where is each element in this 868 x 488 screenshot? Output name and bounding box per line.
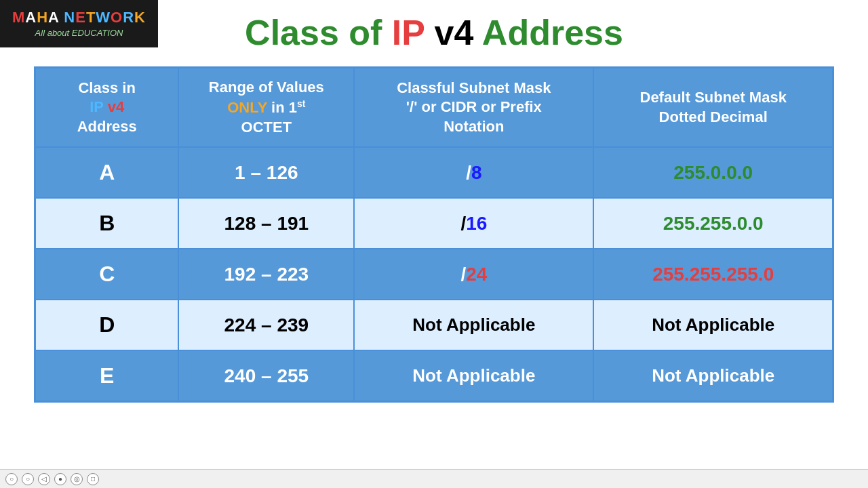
cidr-b-slash: / [460, 213, 466, 234]
cidr-b: /16 [354, 198, 593, 249]
logo-letter-h: H [37, 9, 48, 26]
mask-c-value: 255.255.255.0 [652, 264, 774, 285]
page-title-class: Class of [245, 13, 392, 52]
cidr-e: Not Applicable [354, 350, 593, 402]
table-header-row: Class in IP v4 Address Range of Values O… [35, 68, 833, 148]
cidr-a: /8 [354, 147, 593, 198]
header-v4-text: v4 [108, 98, 124, 115]
cidr-a-num: 8 [471, 162, 482, 183]
page-title-address: Address [482, 13, 623, 52]
toolbar-icon-2[interactable]: ○ [22, 473, 34, 485]
class-a: A [35, 147, 179, 198]
toolbar-icon-3[interactable]: ◁ [38, 473, 50, 485]
cidr-a-slash: / [466, 162, 471, 183]
mask-a: 255.0.0.0 [593, 147, 833, 198]
toolbar-icon-5[interactable]: ◎ [71, 473, 83, 485]
logo-letter-t: T [86, 9, 96, 26]
logo-letter-a1: A [25, 9, 37, 26]
mask-b-value: 255.255.0.0 [663, 213, 764, 234]
mask-e: Not Applicable [593, 350, 833, 402]
table-row-b: B 128 – 191 /16 255.255.0.0 [35, 198, 833, 249]
main-table-container: Class in IP v4 Address Range of Values O… [34, 66, 834, 403]
range-c: 192 – 223 [178, 249, 354, 300]
header-class: Class in IP v4 Address [35, 68, 179, 148]
header-only-text: ONLY [227, 99, 267, 116]
header-cidr: Classful Subnet Mask '/' or CIDR or Pref… [354, 68, 593, 148]
logo-letter-m: M [12, 9, 25, 26]
cidr-d: Not Applicable [354, 300, 593, 350]
range-e: 240 – 255 [178, 350, 354, 402]
mask-d: Not Applicable [593, 300, 833, 350]
cidr-c-slash: / [460, 264, 466, 285]
toolbar-icon-4[interactable]: ● [54, 473, 66, 485]
logo-letter-a2: A [48, 9, 59, 26]
logo-letter-o: O [111, 9, 123, 26]
cidr-c: /24 [354, 249, 593, 300]
logo-letter-k: K [134, 9, 146, 26]
cidr-b-num: 16 [466, 213, 487, 234]
header-range: Range of Values ONLY in 1st OCTET [178, 68, 354, 148]
logo-letter-n: N [64, 9, 75, 26]
logo-letter-r: R [123, 9, 134, 26]
table-row-c: C 192 – 223 /24 255.255.255.0 [35, 249, 833, 300]
logo-letter-e: E [75, 9, 86, 26]
ip-class-table: Class in IP v4 Address Range of Values O… [34, 66, 834, 403]
range-b: 128 – 191 [178, 198, 354, 249]
mask-b: 255.255.0.0 [593, 198, 833, 249]
header-mask: Default Subnet Mask Dotted Decimal [593, 68, 833, 148]
table-row-a: A 1 – 126 /8 255.0.0.0 [35, 147, 833, 198]
header-ip-text: IP [90, 98, 108, 115]
range-a: 1 – 126 [178, 147, 354, 198]
class-b: B [35, 198, 179, 249]
toolbar-icon-6[interactable]: □ [87, 473, 99, 485]
bottom-toolbar: ○ ○ ◁ ● ◎ □ [0, 469, 868, 488]
toolbar-icon-1[interactable]: ○ [5, 473, 18, 485]
logo-subtitle: All about EDUCATION [35, 28, 123, 38]
range-d: 224 – 239 [178, 300, 354, 350]
logo-letter-w: W [96, 9, 111, 26]
table-row-d: D 224 – 239 Not Applicable Not Applicabl… [35, 300, 833, 350]
mask-a-value: 255.0.0.0 [673, 162, 753, 183]
cidr-c-num: 24 [466, 264, 487, 285]
header-sup: st [297, 98, 305, 109]
logo-title: MAHA NETWORK [12, 9, 146, 26]
mask-c: 255.255.255.0 [593, 249, 833, 300]
page-title-ip: IP [392, 13, 425, 52]
table-row-e: E 240 – 255 Not Applicable Not Applicabl… [35, 350, 833, 402]
class-e: E [35, 350, 179, 402]
class-c: C [35, 249, 179, 300]
page-title-v4: v4 [425, 13, 482, 52]
class-d: D [35, 300, 179, 350]
logo-area: MAHA NETWORK All about EDUCATION [0, 0, 158, 47]
